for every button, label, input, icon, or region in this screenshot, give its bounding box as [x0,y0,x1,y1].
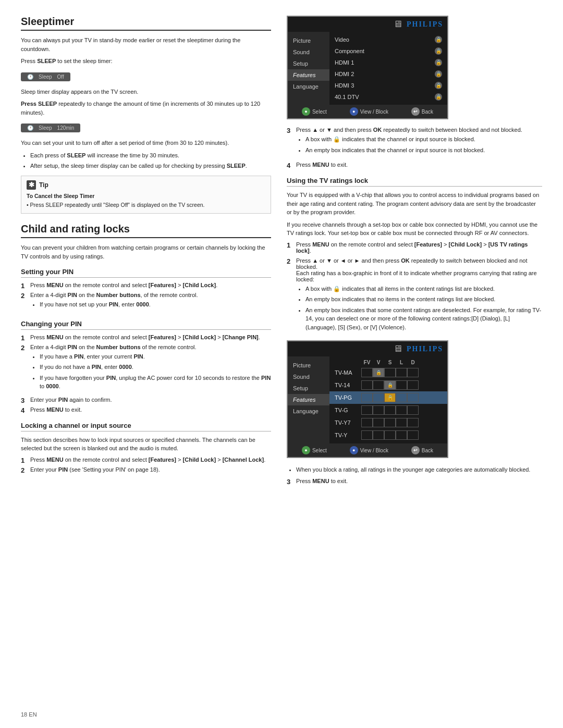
tv2-sidebar-picture: Picture [288,360,329,371]
lock-step1-text: Press MENU on the remote control and sel… [30,456,265,464]
back-circle-2: ↩ [411,446,420,454]
tv-select-btn: ● Select [302,107,327,116]
tv-top-bar-1: 🖥 PHILIPS [288,17,447,32]
sleep-bullet-2: After setup, the sleep timer display can… [30,162,271,170]
lock-step2-text: Enter your PIN (see 'Setting your PIN' o… [30,466,160,474]
philips-logo-1: PHILIPS [407,20,443,29]
tv-sidebar-language: Language [288,81,329,92]
right-step4: 4 Press MENU to exit. [287,162,542,169]
rating-row-tv14: TV-14 🔒 [329,379,447,391]
tip-cancel-text: • Press SLEEP repeatedly until "Sleep Of… [27,201,265,209]
philips-logo-2: PHILIPS [407,345,443,353]
tv2-sidebar-features: Features [288,394,329,405]
sleep-display-text: Sleep timer display appears on the TV sc… [21,88,271,96]
tv-row-video: Video 🔒 [329,34,447,45]
sleep-pill1-label: Sleep [39,74,52,80]
change-step3-text: Enter your PIN again to confirm. [30,397,112,404]
step4-text: Press MENU to exit. [296,162,348,169]
tip-icon: ✱ [27,180,36,190]
changing-pin-title: Changing your PIN [21,320,271,330]
sleep-bullets: Each press of SLEEP will increase the ti… [21,151,271,170]
rating-row-tvma: TV-MA 🔒 [329,366,447,379]
tv-row-component: Component 🔒 [329,45,447,57]
tv2-select-btn: ● Select [302,446,327,454]
col-d: D [407,360,419,365]
turnoff-text: You can set your unit to turn off after … [21,139,271,147]
lock-icon-dtv: 🔒 [435,93,442,101]
setting-pin-steps: 1 Press MENU on the remote control and s… [21,282,271,313]
col-s: S [384,360,396,365]
ratings-intro2: If you receive channels through a set-to… [287,220,542,238]
change-step4-text: Press MENU to exit. [30,406,82,414]
change-step2-text: Enter a 4-digit PIN on the Number button… [30,344,271,394]
tv-sidebar-picture: Picture [288,35,329,46]
tv2-sidebar-setup: Setup [288,382,329,394]
tv-top-bar-2: 🖥 PHILIPS [288,341,447,356]
sleeptimer-intro: You can always put your TV in stand-by m… [21,36,271,53]
tip-box: ✱ Tip To Cancel the Sleep Timer • Press … [21,176,271,214]
using-tv-ratings-title: Using the TV ratings lock [287,177,542,187]
sleep-pill-2: 🕐 Sleep 120min [21,120,271,135]
tv-sidebar-features: Features [288,69,329,81]
tv-row-hdmi2: HDMI 2 🔒 [329,68,447,80]
change-step3: 3 Enter your PIN again to confirm. [21,397,271,404]
change-step2: 2 Enter a 4-digit PIN on the Number butt… [21,344,271,394]
sleep-icon: 🕐 [27,74,33,80]
pin-step2: 2 Enter a 4-digit PIN on the Number butt… [21,292,271,313]
rating-col-headers: FV V S L D [329,359,447,366]
pin-step1: 1 Press MENU on the remote control and s… [21,282,271,290]
child-rating-title: Child and rating locks [21,223,271,238]
change-step1-text: Press MENU on the remote control and sel… [30,334,260,342]
tv-screenshot-1: 🖥 PHILIPS Picture Sound Setup Features L… [287,16,448,119]
tv-menu-content-1: Video 🔒 Component 🔒 HDMI 1 🔒 HDMI 2 🔒 [329,32,447,105]
child-rating-intro: You can prevent your children from watch… [21,243,271,261]
locking-channel-steps: 1 Press MENU on the remote control and s… [21,456,271,474]
lock-icon-hdmi1: 🔒 [435,59,442,66]
back-circle: ↩ [411,107,420,116]
tv-row-hdmi3: HDMI 3 🔒 [329,80,447,91]
ratings-step3: 3 Press MENU to exit. [287,478,542,486]
sleep-pill2-label: Sleep [39,125,52,131]
tv-row-hdmi1: HDMI 1 🔒 [329,57,447,68]
right-column: 🖥 PHILIPS Picture Sound Setup Features L… [287,16,542,489]
tv-rating-content: FV V S L D TV-MA 🔒 [329,356,447,443]
lock-icon-video: 🔒 [435,36,442,43]
col-l: L [396,360,407,365]
change-step1: 1 Press MENU on the remote control and s… [21,334,271,342]
viewblock-circle-2: ● [350,446,358,454]
sleeptimer-title: Sleeptimer [21,16,271,31]
lock-step1: 1 Press MENU on the remote control and s… [21,456,271,464]
step3-text: Press ▲ or ▼ and then press OK repeatedl… [296,127,522,158]
viewblock-circle: ● [350,107,358,116]
col-v: V [373,360,384,365]
locking-channel-intro: This section describes how to lock input… [21,436,271,453]
changing-pin-steps: 1 Press MENU on the remote control and s… [21,334,271,414]
after-rating-bullet1: When you block a rating, all ratings in … [296,465,542,474]
tip-title: Tip [39,181,48,189]
tv-sidebar-2: Picture Sound Setup Features Language [288,356,329,443]
monitor-icon-1: 🖥 [393,19,402,30]
tv2-sidebar-sound: Sound [288,371,329,382]
rating-row-tvy7: TV-Y7 [329,416,447,429]
ratings-step1: 1 Press MENU on the remote control and s… [287,241,542,254]
sleeptimer-press1: Press SLEEP to set the sleep timer: [21,57,271,66]
sleep-pill-1: 🕐 Sleep Off [21,69,271,84]
tv-screenshot-2: 🖥 PHILIPS Picture Sound Setup Features L… [287,340,448,458]
tv-sidebar-setup: Setup [288,58,329,69]
tv-body-2: Picture Sound Setup Features Language FV… [288,356,447,443]
tv2-viewblock-btn: ● View / Block [350,446,388,454]
right-step3: 3 Press ▲ or ▼ and then press OK repeate… [287,127,542,158]
rating-row-tvy: TV-Y [329,429,447,441]
change-step4: 4 Press MENU to exit. [21,406,271,414]
rating-row-tvpg: TV-PG 🔒 [329,391,447,404]
tv-body-1: Picture Sound Setup Features Language Vi… [288,32,447,105]
monitor-icon-2: 🖥 [393,343,402,354]
lock-icon-component: 🔒 [435,47,442,55]
left-column: Sleeptimer You can always put your TV in… [21,16,271,489]
ratings-intro1: Your TV is equipped with a V-chip that a… [287,191,542,217]
lock-icon-hdmi3: 🔒 [435,82,442,89]
tv2-sidebar-language: Language [288,405,329,417]
setting-pin-title: Setting your PIN [21,268,271,278]
tv-row-dtv: 40.1 DTV 🔒 [329,91,447,103]
tv-sidebar-1: Picture Sound Setup Features Language [288,32,329,105]
